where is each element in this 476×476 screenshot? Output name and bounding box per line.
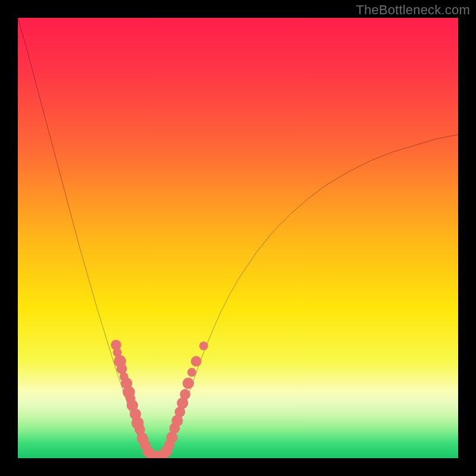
curve-marker xyxy=(183,378,194,389)
curve-marker xyxy=(191,356,202,367)
curve-marker xyxy=(199,342,208,350)
bottleneck-curve xyxy=(18,18,458,457)
curve-marker xyxy=(180,389,190,400)
chart-frame: TheBottleneck.com xyxy=(0,0,476,476)
curve-layer xyxy=(18,18,458,458)
watermark-text: TheBottleneck.com xyxy=(356,2,470,18)
curve-marker xyxy=(117,364,127,374)
curve-marker xyxy=(187,368,196,377)
curve-markers xyxy=(111,340,208,458)
curve-marker xyxy=(166,432,177,443)
plot-area xyxy=(18,18,458,458)
